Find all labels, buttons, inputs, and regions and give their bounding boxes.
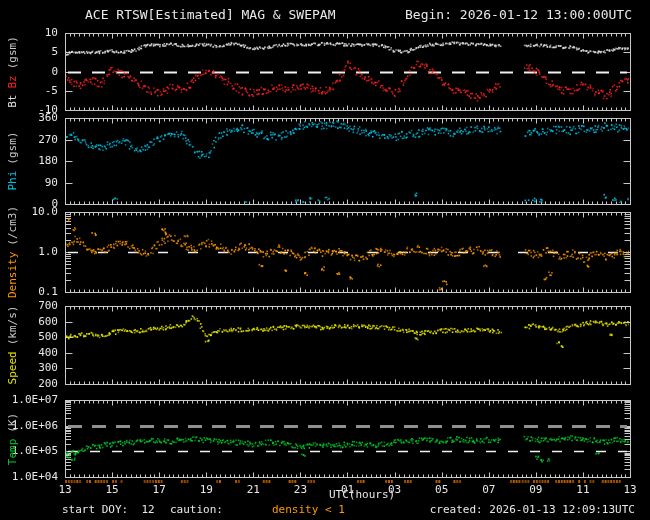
y-axis-label-speed: Speed(km/s) [6,303,19,388]
y-tick-label-temp: 1.0E+07 [0,393,58,406]
x-tick-label: 05 [427,483,457,496]
y-axis-label-part: Temp [6,438,19,465]
x-tick-label: 21 [238,483,268,496]
start-doy-value: 12 [141,503,154,516]
x-tick-label: 19 [191,483,221,496]
y-axis-label-part: Bt [6,94,19,107]
x-tick-label: 13 [50,483,80,496]
start-doy-label: start DOY: [62,503,128,516]
y-tick-label-phi: 360 [0,111,58,124]
start-doy: start DOY: 12 [62,503,155,516]
x-tick-label: 03 [380,483,410,496]
y-axis-label-temp: Temp(K) [6,409,19,467]
y-axis-label-part: (/cm3) [6,206,19,246]
page-title: ACE RTSW[Estimated] MAG & SWEPAM [85,7,335,22]
y-axis-label-part: (gsm) [6,36,19,69]
y-axis-label-part: (gsm) [6,132,19,165]
y-axis-label-part: (K) [6,412,19,432]
y-tick-label-temp: 1.0E+04 [0,470,58,483]
y-axis-label-bt-bz: BtBz(gsm) [6,33,19,111]
x-tick-label: 11 [568,483,598,496]
caution-value: density < 1 [272,503,345,516]
y-axis-label-part: Speed [6,351,19,384]
y-axis-label-part: (km/s) [6,306,19,346]
x-tick-label: 09 [521,483,551,496]
x-tick-label: 01 [333,483,363,496]
caution-label: caution: [170,503,223,516]
y-axis-label-part: Density [6,252,19,298]
y-axis-label-density: Density(/cm3) [6,203,19,301]
y-axis-label-part: Phi [6,171,19,191]
x-tick-label: 07 [474,483,504,496]
plot-canvas [0,0,650,520]
x-tick-label: 15 [97,483,127,496]
y-axis-label-phi: Phi(gsm) [6,129,19,194]
x-tick-label: 17 [144,483,174,496]
x-tick-label: 23 [285,483,315,496]
ace-rtsw-plot: ACE RTSW[Estimated] MAG & SWEPAM Begin: … [0,0,650,520]
y-axis-label-part: Bz [6,75,19,88]
created-timestamp: created: 2026-01-13 12:09:13UTC [430,503,635,516]
x-tick-label: 13 [615,483,645,496]
begin-timestamp: Begin: 2026-01-12 13:00:00UTC [405,7,632,22]
